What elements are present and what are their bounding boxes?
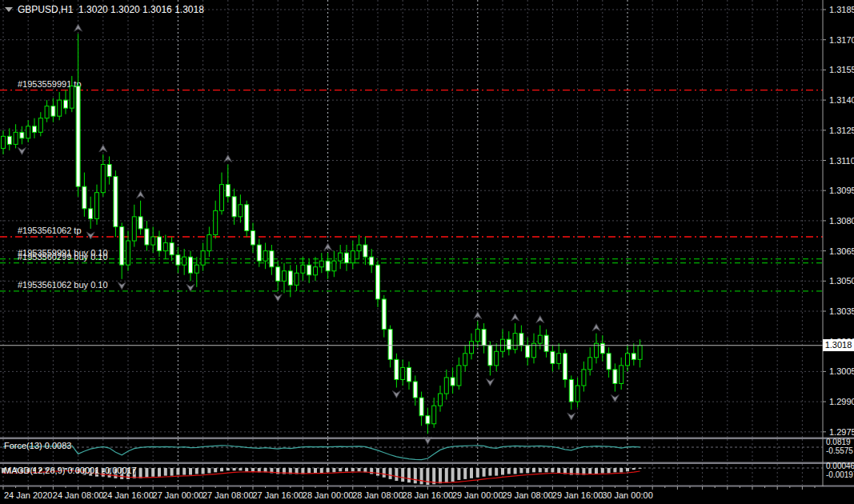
bull-candle[interactable] [283, 271, 287, 282]
bull-candle[interactable] [357, 245, 361, 251]
bull-candle[interactable] [263, 251, 267, 262]
bull-candle[interactable] [351, 251, 355, 263]
bear-candle[interactable] [426, 416, 430, 424]
bull-candle[interactable] [439, 394, 443, 406]
bull-candle[interactable] [201, 251, 205, 266]
bear-candle[interactable] [519, 334, 523, 346]
bear-candle[interactable] [145, 229, 149, 245]
bull-candle[interactable] [220, 185, 224, 211]
bear-candle[interactable] [326, 261, 330, 271]
bear-candle[interactable] [544, 335, 548, 351]
bear-candle[interactable] [138, 217, 142, 229]
bear-candle[interactable] [451, 378, 455, 386]
bull-candle[interactable] [26, 126, 30, 138]
bear-candle[interactable] [551, 351, 555, 363]
bull-candle[interactable] [582, 370, 586, 386]
bull-candle[interactable] [401, 367, 405, 379]
bull-candle[interactable] [588, 358, 592, 370]
bear-candle[interactable] [288, 271, 292, 286]
bear-candle[interactable] [307, 265, 311, 275]
bull-candle[interactable] [470, 342, 474, 354]
bull-candle[interactable] [463, 354, 467, 366]
bear-candle[interactable] [257, 245, 261, 261]
bull-candle[interactable] [70, 86, 74, 109]
symbol-dropdown-icon[interactable] [5, 7, 13, 12]
bull-candle[interactable] [575, 386, 579, 402]
bear-candle[interactable] [276, 267, 280, 282]
bear-candle[interactable] [189, 257, 193, 273]
bull-candle[interactable] [14, 132, 18, 144]
bear-candle[interactable] [120, 226, 124, 265]
bear-candle[interactable] [158, 237, 162, 251]
bear-candle[interactable] [507, 339, 511, 350]
bear-candle[interactable] [382, 299, 386, 330]
bear-candle[interactable] [631, 354, 635, 360]
bear-candle[interactable] [395, 359, 399, 379]
bear-candle[interactable] [176, 255, 180, 266]
bear-candle[interactable] [76, 86, 80, 187]
bull-candle[interactable] [301, 265, 305, 273]
bull-candle[interactable] [475, 330, 479, 342]
bull-candle[interactable] [319, 261, 323, 267]
bear-candle[interactable] [51, 106, 55, 117]
bull-candle[interactable] [538, 335, 542, 343]
bear-candle[interactable] [245, 205, 249, 231]
bull-candle[interactable] [339, 253, 343, 261]
bear-candle[interactable] [226, 185, 230, 197]
bear-candle[interactable] [600, 343, 604, 354]
bear-candle[interactable] [413, 382, 417, 398]
bear-candle[interactable] [482, 330, 486, 346]
bull-candle[interactable] [457, 366, 461, 386]
bull-candle[interactable] [332, 261, 336, 271]
bear-candle[interactable] [407, 367, 411, 382]
bull-candle[interactable] [95, 193, 99, 219]
bear-candle[interactable] [363, 245, 367, 257]
bull-candle[interactable] [295, 273, 299, 285]
bear-candle[interactable] [270, 251, 274, 267]
bull-candle[interactable] [239, 205, 243, 217]
bear-candle[interactable] [114, 177, 118, 227]
bear-candle[interactable] [569, 379, 573, 402]
bull-candle[interactable] [619, 366, 623, 384]
bear-candle[interactable] [376, 265, 380, 299]
bear-candle[interactable] [613, 370, 617, 384]
bear-candle[interactable] [563, 354, 567, 380]
bull-candle[interactable] [38, 118, 42, 133]
bull-candle[interactable] [557, 354, 561, 364]
bull-candle[interactable] [314, 267, 318, 275]
bull-candle[interactable] [495, 351, 499, 366]
bear-candle[interactable] [388, 330, 392, 360]
bull-candle[interactable] [626, 354, 630, 366]
bear-candle[interactable] [89, 209, 93, 219]
bear-candle[interactable] [20, 132, 24, 138]
bull-candle[interactable] [45, 106, 49, 118]
bear-candle[interactable] [33, 126, 37, 133]
bear-candle[interactable] [232, 197, 236, 217]
bull-candle[interactable] [182, 257, 186, 265]
bear-candle[interactable] [345, 253, 349, 263]
bear-candle[interactable] [526, 346, 530, 358]
bear-candle[interactable] [251, 230, 255, 245]
bull-candle[interactable] [194, 265, 198, 273]
bull-candle[interactable] [126, 241, 130, 265]
bull-candle[interactable] [207, 234, 211, 250]
bear-candle[interactable] [107, 165, 111, 177]
panel-separator[interactable] [0, 438, 854, 440]
bear-candle[interactable] [170, 243, 174, 255]
bull-candle[interactable] [132, 217, 136, 241]
bear-candle[interactable] [64, 100, 68, 108]
bull-candle[interactable] [638, 346, 642, 360]
bull-candle[interactable] [2, 136, 6, 148]
bull-candle[interactable] [101, 165, 105, 193]
bull-candle[interactable] [214, 210, 218, 234]
bear-candle[interactable] [419, 398, 423, 416]
panel-separator[interactable] [0, 462, 854, 465]
chart-canvas[interactable]: #1953559991 tp#1953561062 tp#1953559991 … [0, 0, 854, 504]
bull-candle[interactable] [58, 100, 62, 116]
bull-candle[interactable] [151, 237, 155, 245]
bear-candle[interactable] [82, 186, 86, 209]
bull-candle[interactable] [163, 243, 167, 251]
bear-candle[interactable] [7, 136, 11, 144]
bear-candle[interactable] [607, 354, 611, 370]
bull-candle[interactable] [444, 378, 448, 394]
